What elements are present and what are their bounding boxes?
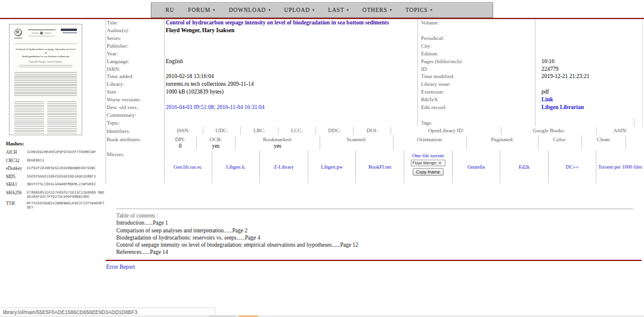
toc-line: Comparison of seep analyses and interpre… xyxy=(116,227,633,234)
field-row: Publisher: xyxy=(106,42,417,50)
mirrors-label: Mirrors: xyxy=(106,150,164,184)
field-row: Periodical: xyxy=(419,35,644,42)
nav-menu-item[interactable]: LAST ▾ xyxy=(321,7,355,13)
field-row: Year: xyxy=(106,49,417,57)
table-border-midcol xyxy=(417,19,418,126)
nav-menu-item[interactable]: DOWNLOAD ▾ xyxy=(222,7,277,13)
identifier-cell: Google Books: xyxy=(501,127,597,135)
hash-row: TTH MY7XSX6X0UB2V2BNKWW6LK463YZIFYW46OKT… xyxy=(6,201,105,209)
field-value[interactable]: Control of hydrocarbon seepage intensity… xyxy=(164,20,417,26)
field-row: Extension: pdf xyxy=(419,88,644,96)
book-cover-thumbnail[interactable]: Control of hydrocarbon seepage intensity… xyxy=(9,24,82,135)
one-file-torrent-link[interactable]: One-file torrent xyxy=(412,153,444,159)
mirror-link-zlibrary[interactable]: Z-Library xyxy=(274,164,294,170)
nav-menu-item[interactable]: OTHERS ▾ xyxy=(355,7,398,13)
field-value: torrents.ru tech collections 2009-11-14 xyxy=(164,81,417,87)
hash-value: I2H0SEDZHKVKP2PQFO7DVXF7TR6MECWP xyxy=(27,150,105,155)
identifier-cell: OpenLibrary ID: xyxy=(391,127,501,135)
mirror-link-gnutella[interactable]: Gnutella xyxy=(467,164,485,170)
mirror-link-libgenpw[interactable]: Libgen.pw xyxy=(321,164,343,170)
field-label: Topic: xyxy=(106,120,164,126)
field-value: pdf xyxy=(538,89,644,95)
hash-label: TTH xyxy=(6,201,27,209)
field-label: Desr. old vers.: xyxy=(106,104,164,110)
top-navbar: RU ▾ FORUM ▾ DOWNLOAD ▾ UPLOAD ▾ LAST ▾ xyxy=(151,2,493,18)
book-attribute-cell: Bookmarked: yes xyxy=(236,135,320,150)
mirror-cell: DC++ xyxy=(549,150,597,184)
mirror-link-ed2k[interactable]: Ed2k xyxy=(519,164,530,170)
mirror-cell: Z-Library xyxy=(260,150,308,184)
field-label: ID: xyxy=(419,66,538,72)
field-row: BibTeX Link xyxy=(419,96,644,104)
mirror-link-bookfi[interactable]: BookFI.net xyxy=(369,164,392,170)
nav-menu-item[interactable]: UPLOAD ▾ xyxy=(277,7,321,13)
book-attributes-label: Book attributes: xyxy=(106,135,164,150)
hash-value: 61F02F2839E5D5226690BABBE49793BC xyxy=(27,166,105,171)
hash-value: QBVYXT5LCQXALGAW4NTMQ6ML2JWFDKOZ xyxy=(27,182,105,187)
field-row xyxy=(419,111,644,119)
field-value[interactable]: Link xyxy=(538,97,644,102)
one-file-torrent-cell: One-file torrent Copy fname xyxy=(404,150,453,184)
book-attribute-cell: Clean: xyxy=(582,135,626,150)
field-label: Edition: xyxy=(419,51,538,57)
field-label: Size: xyxy=(106,89,164,95)
field-label: Series: xyxy=(106,35,164,41)
mirror-link-torrent-per-1000[interactable]: Torrent per 1000 files xyxy=(598,164,642,170)
identifier-cell: UDC: xyxy=(203,127,241,135)
book-attribute-cell: Scanned: xyxy=(320,135,394,150)
hash-value: 55E5F0ADE1586CD656EE9D3ADD1D8BF3 xyxy=(27,174,105,179)
copy-fname-button[interactable]: Copy fname xyxy=(413,168,444,176)
chevron-down-icon: ▾ xyxy=(390,8,392,13)
identifier-cell: DDC: xyxy=(316,127,354,135)
field-label: Library: xyxy=(106,81,164,87)
toc-line: Biodegradation of hydrocarbons: reservoi… xyxy=(116,234,633,241)
field-row: Commentary: xyxy=(106,111,417,119)
torrent-filename-input[interactable] xyxy=(411,160,445,166)
field-value[interactable]: Libgen Librarian xyxy=(538,104,644,110)
attribute-name: DPI: xyxy=(175,136,185,142)
hashes-heading: Hashes: xyxy=(6,141,105,147)
field-row: City: xyxy=(419,42,644,50)
bottom-maroon-rule xyxy=(106,260,642,261)
attribute-name: Paginated: xyxy=(491,136,514,142)
mirror-link-dcpp[interactable]: DC++ xyxy=(566,164,578,170)
book-attributes-row: Book attributes: DPI: 0 OCR: yes Bookmar… xyxy=(106,135,644,150)
journal-brand-block xyxy=(61,29,77,33)
field-row: Time modified: 2019-12-21 21:23:21 xyxy=(419,73,644,80)
field-label: Edit record: xyxy=(419,104,538,110)
identifiers-label: Identifiers: xyxy=(106,128,164,134)
field-label: Library issue: xyxy=(419,81,538,87)
attribute-value: yes xyxy=(212,143,220,149)
toc-line: References......Page 14 xyxy=(116,248,633,256)
book-attribute-cell: OCR: yes xyxy=(197,135,236,150)
field-label: Title: xyxy=(106,20,164,26)
field-label: Author(s): xyxy=(106,27,164,33)
table-border-rightcol xyxy=(535,19,535,126)
nav-menu-item[interactable]: FORUM ▾ xyxy=(181,7,222,13)
field-label: ISBN: xyxy=(106,66,164,72)
hash-row: SHA1 QBVYXT5LCQXALGAW4NTMQ6ML2JWFDKOZ xyxy=(6,182,105,187)
hash-row: SHA256 E788B58532A327A05FD72D13C21D0988 … xyxy=(6,190,105,198)
nav-menu-item[interactable]: RU ▾ xyxy=(159,7,181,13)
field-row: Worse versions: xyxy=(106,96,417,104)
field-row xyxy=(419,27,644,35)
field-label: Extension: xyxy=(419,89,538,95)
hash-row: eDonkey 61F02F2839E5D5226690BABBE49793BC xyxy=(6,166,105,171)
mirror-link-libgenlc[interactable]: Libgen.lc xyxy=(226,164,245,170)
nav-item-label: TOPICS xyxy=(405,7,428,13)
cover-title: Control of hydrocarbon seepage intensity… xyxy=(14,48,77,58)
mirror-link-genlibrusec[interactable]: Gen.lib.rus.ec xyxy=(174,164,202,170)
field-value[interactable]: 2016-04-03 09:51:08; 2016-11-04 16:31:04 xyxy=(164,104,417,110)
toc-heading: Table of contents : xyxy=(116,212,633,219)
book-attribute-cell: DPI: 0 xyxy=(164,135,197,150)
hash-label: CRC32 xyxy=(6,158,27,163)
error-report-link[interactable]: Error Report xyxy=(106,264,135,270)
hash-label: SHA256 xyxy=(6,190,27,198)
identifier-cell: DOI: xyxy=(354,127,391,135)
mirror-cell: Libgen.lc xyxy=(212,150,261,184)
field-label: BibTeX xyxy=(419,97,538,102)
chevron-down-icon: ▾ xyxy=(268,8,271,13)
field-label: Pages (biblio\tech): xyxy=(419,58,538,64)
nav-menu-item[interactable]: TOPICS ▾ xyxy=(399,7,439,13)
field-row: Series: xyxy=(106,35,417,42)
